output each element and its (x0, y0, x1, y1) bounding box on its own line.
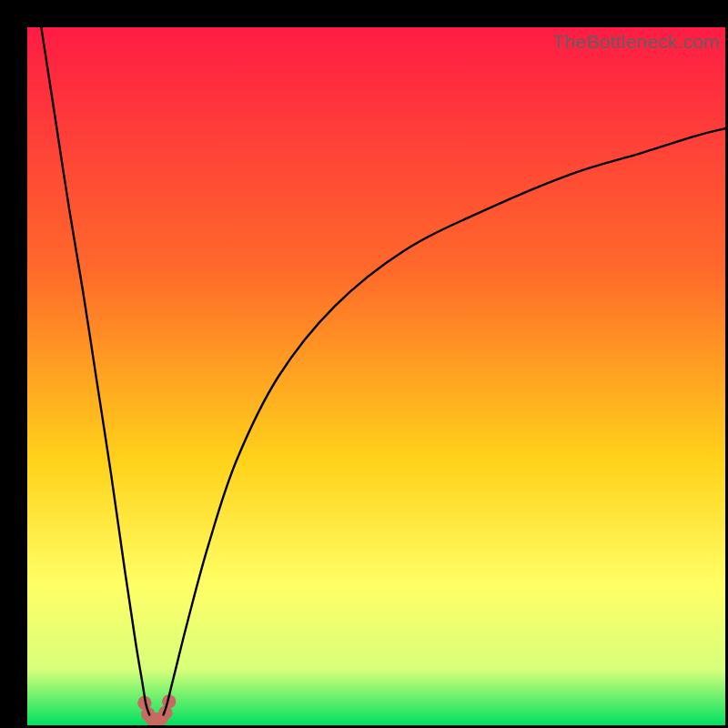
plot-area: TheBottleneck.com (27, 27, 725, 725)
chart-svg (27, 27, 725, 725)
watermark-text: TheBottleneck.com (553, 31, 720, 53)
chart-frame: TheBottleneck.com (0, 0, 728, 728)
